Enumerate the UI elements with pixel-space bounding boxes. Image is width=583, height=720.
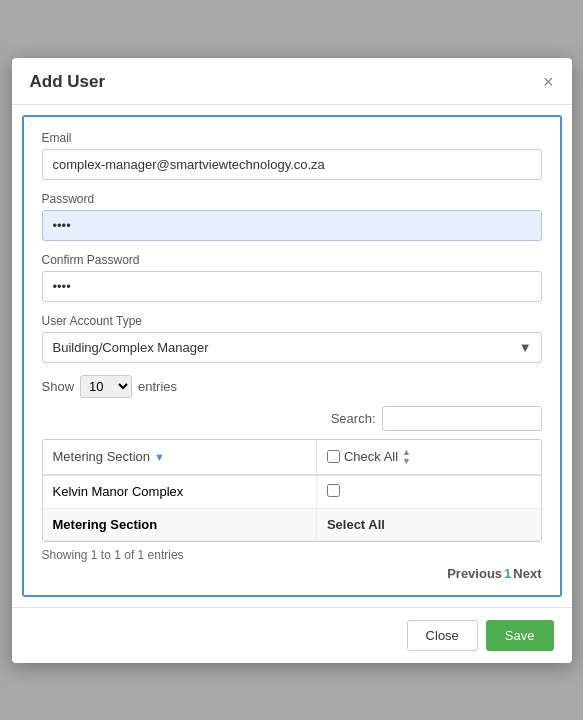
next-link[interactable]: Next	[513, 566, 541, 581]
confirm-password-group: Confirm Password	[42, 253, 542, 302]
modal-body: Email Password Confirm Password User Acc…	[22, 115, 562, 597]
table-footer-row: Metering Section Select All	[43, 508, 541, 540]
modal-footer: Close Save	[12, 607, 572, 663]
section-checkbox-cell	[316, 475, 540, 509]
password-label: Password	[42, 192, 542, 206]
section-name-cell: Kelvin Manor Complex	[43, 475, 317, 509]
account-type-select[interactable]: Building/Complex Manager Admin Tenant	[42, 332, 542, 363]
search-row: Search:	[42, 406, 542, 431]
account-type-label: User Account Type	[42, 314, 542, 328]
email-label: Email	[42, 131, 542, 145]
show-label: Show	[42, 379, 75, 394]
modal-overlay: Add User × Email Password Confirm Passwo…	[0, 0, 583, 720]
sort-icon: ▼	[154, 451, 165, 463]
footer-select-all-cell: Select All	[316, 508, 540, 540]
table-row: Kelvin Manor Complex	[43, 475, 541, 509]
prev-link[interactable]: Previous	[447, 566, 502, 581]
metering-table-container: Metering Section ▼ Check All	[42, 439, 542, 542]
row-checkbox[interactable]	[327, 484, 340, 497]
password-field[interactable]	[42, 210, 542, 241]
search-input[interactable]	[382, 406, 542, 431]
check-all-label: Check All	[344, 449, 398, 464]
confirm-password-label: Confirm Password	[42, 253, 542, 267]
select-all-link[interactable]: Select All	[327, 517, 385, 532]
table-header-row: Metering Section ▼ Check All	[43, 440, 541, 475]
sort-arrows-icon: ▲ ▼	[402, 448, 411, 466]
add-user-modal: Add User × Email Password Confirm Passwo…	[12, 58, 572, 663]
metering-section-header-label: Metering Section	[53, 449, 151, 464]
password-group: Password	[42, 192, 542, 241]
close-button[interactable]: Close	[407, 620, 478, 651]
account-type-group: User Account Type Building/Complex Manag…	[42, 314, 542, 363]
section-name: Kelvin Manor Complex	[53, 484, 184, 499]
entries-info-text: Showing 1 to 1 of 1 entries	[42, 548, 184, 562]
email-field[interactable]	[42, 149, 542, 180]
metering-table: Metering Section ▼ Check All	[43, 440, 541, 541]
pagination: Previous1Next	[42, 566, 542, 581]
show-entries-row: Show 10 25 50 100 entries	[42, 375, 542, 398]
entries-info: Showing 1 to 1 of 1 entries	[42, 548, 542, 562]
modal-header: Add User ×	[12, 58, 572, 105]
col-check-all-header[interactable]: Check All ▲ ▼	[316, 440, 540, 475]
page-number[interactable]: 1	[504, 566, 511, 581]
check-all-checkbox[interactable]	[327, 450, 340, 463]
email-group: Email	[42, 131, 542, 180]
footer-metering-section: Metering Section	[53, 517, 158, 532]
col-metering-section-header[interactable]: Metering Section ▼	[43, 440, 317, 475]
entries-label: entries	[138, 379, 177, 394]
footer-section-label: Metering Section	[43, 508, 317, 540]
search-label: Search:	[331, 411, 376, 426]
confirm-password-field[interactable]	[42, 271, 542, 302]
modal-close-button[interactable]: ×	[543, 73, 554, 91]
modal-title: Add User	[30, 72, 106, 92]
entries-select[interactable]: 10 25 50 100	[80, 375, 132, 398]
save-button[interactable]: Save	[486, 620, 554, 651]
account-type-wrapper: Building/Complex Manager Admin Tenant ▼	[42, 332, 542, 363]
